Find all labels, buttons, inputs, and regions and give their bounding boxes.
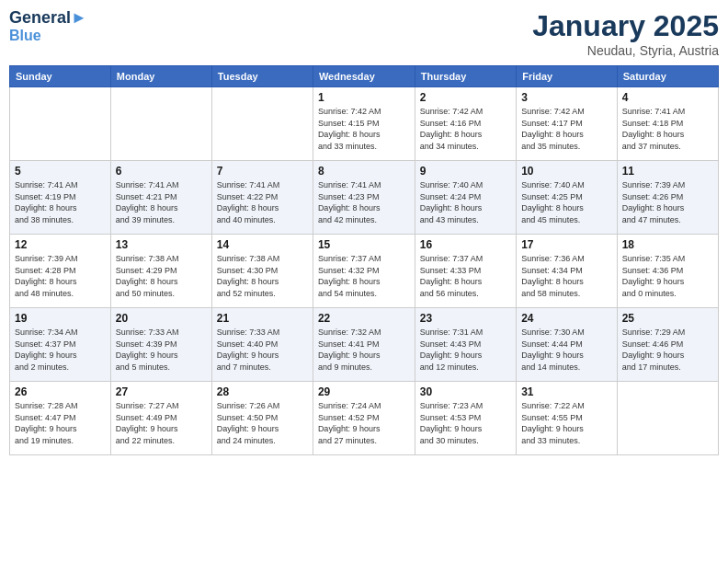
day-number: 2 xyxy=(420,91,511,104)
weekday-header-friday: Friday xyxy=(517,66,618,87)
day-number: 13 xyxy=(116,238,207,251)
month-title: January 2025 xyxy=(532,9,719,43)
day-number: 27 xyxy=(116,385,207,398)
day-info: Sunrise: 7:41 AM Sunset: 4:22 PM Dayligh… xyxy=(217,179,308,225)
calendar-cell: 17Sunrise: 7:36 AM Sunset: 4:34 PM Dayli… xyxy=(517,235,618,308)
calendar-cell: 7Sunrise: 7:41 AM Sunset: 4:22 PM Daylig… xyxy=(211,161,313,235)
day-number: 30 xyxy=(420,385,511,398)
day-number: 18 xyxy=(622,238,713,251)
week-row-3: 12Sunrise: 7:39 AM Sunset: 4:28 PM Dayli… xyxy=(10,235,719,308)
weekday-header-saturday: Saturday xyxy=(617,66,718,87)
calendar-cell xyxy=(110,87,211,161)
day-info: Sunrise: 7:35 AM Sunset: 4:36 PM Dayligh… xyxy=(622,253,713,299)
weekday-header-row: SundayMondayTuesdayWednesdayThursdayFrid… xyxy=(10,66,719,87)
day-number: 12 xyxy=(15,238,106,251)
calendar-cell: 16Sunrise: 7:37 AM Sunset: 4:33 PM Dayli… xyxy=(415,235,516,308)
day-number: 19 xyxy=(15,312,106,325)
calendar-cell: 10Sunrise: 7:40 AM Sunset: 4:25 PM Dayli… xyxy=(517,161,618,235)
calendar-cell: 21Sunrise: 7:33 AM Sunset: 4:40 PM Dayli… xyxy=(211,308,313,382)
calendar-cell: 18Sunrise: 7:35 AM Sunset: 4:36 PM Dayli… xyxy=(617,235,718,308)
day-info: Sunrise: 7:23 AM Sunset: 4:53 PM Dayligh… xyxy=(420,400,511,446)
calendar-cell: 5Sunrise: 7:41 AM Sunset: 4:19 PM Daylig… xyxy=(10,161,111,235)
day-number: 20 xyxy=(116,312,207,325)
location-title: Neudau, Styria, Austria xyxy=(532,43,719,58)
weekday-header-thursday: Thursday xyxy=(415,66,516,87)
day-info: Sunrise: 7:39 AM Sunset: 4:26 PM Dayligh… xyxy=(622,179,713,225)
week-row-1: 1Sunrise: 7:42 AM Sunset: 4:15 PM Daylig… xyxy=(10,87,719,161)
day-number: 9 xyxy=(420,165,511,178)
day-info: Sunrise: 7:40 AM Sunset: 4:25 PM Dayligh… xyxy=(521,179,612,225)
week-row-4: 19Sunrise: 7:34 AM Sunset: 4:37 PM Dayli… xyxy=(10,308,719,382)
day-number: 16 xyxy=(420,238,511,251)
day-info: Sunrise: 7:30 AM Sunset: 4:44 PM Dayligh… xyxy=(521,327,612,373)
day-info: Sunrise: 7:42 AM Sunset: 4:15 PM Dayligh… xyxy=(318,106,410,152)
calendar-cell xyxy=(617,382,718,455)
day-number: 7 xyxy=(217,165,308,178)
header: General► Blue January 2025 Neudau, Styri… xyxy=(9,9,719,58)
calendar-cell: 11Sunrise: 7:39 AM Sunset: 4:26 PM Dayli… xyxy=(617,161,718,235)
calendar-cell: 6Sunrise: 7:41 AM Sunset: 4:21 PM Daylig… xyxy=(110,161,211,235)
day-info: Sunrise: 7:37 AM Sunset: 4:32 PM Dayligh… xyxy=(318,253,410,299)
weekday-header-wednesday: Wednesday xyxy=(313,66,415,87)
day-number: 11 xyxy=(622,165,713,178)
day-number: 15 xyxy=(318,238,410,251)
day-number: 22 xyxy=(318,312,410,325)
day-info: Sunrise: 7:38 AM Sunset: 4:29 PM Dayligh… xyxy=(116,253,207,299)
calendar-cell xyxy=(10,87,111,161)
page: General► Blue January 2025 Neudau, Styri… xyxy=(0,0,728,563)
calendar-cell: 1Sunrise: 7:42 AM Sunset: 4:15 PM Daylig… xyxy=(313,87,415,161)
calendar-cell: 26Sunrise: 7:28 AM Sunset: 4:47 PM Dayli… xyxy=(10,382,111,455)
day-number: 5 xyxy=(15,165,106,178)
day-info: Sunrise: 7:31 AM Sunset: 4:43 PM Dayligh… xyxy=(420,327,511,373)
day-number: 1 xyxy=(318,91,410,104)
logo-text: General► xyxy=(9,9,87,28)
calendar-cell: 9Sunrise: 7:40 AM Sunset: 4:24 PM Daylig… xyxy=(415,161,516,235)
day-info: Sunrise: 7:29 AM Sunset: 4:46 PM Dayligh… xyxy=(622,327,713,373)
calendar-cell: 14Sunrise: 7:38 AM Sunset: 4:30 PM Dayli… xyxy=(211,235,313,308)
day-info: Sunrise: 7:41 AM Sunset: 4:21 PM Dayligh… xyxy=(116,179,207,225)
weekday-header-tuesday: Tuesday xyxy=(211,66,313,87)
calendar-cell: 23Sunrise: 7:31 AM Sunset: 4:43 PM Dayli… xyxy=(415,308,516,382)
day-number: 21 xyxy=(217,312,308,325)
calendar-cell: 29Sunrise: 7:24 AM Sunset: 4:52 PM Dayli… xyxy=(313,382,415,455)
calendar-cell: 30Sunrise: 7:23 AM Sunset: 4:53 PM Dayli… xyxy=(415,382,516,455)
calendar-cell: 12Sunrise: 7:39 AM Sunset: 4:28 PM Dayli… xyxy=(10,235,111,308)
day-number: 6 xyxy=(116,165,207,178)
day-info: Sunrise: 7:42 AM Sunset: 4:16 PM Dayligh… xyxy=(420,106,511,152)
day-info: Sunrise: 7:33 AM Sunset: 4:40 PM Dayligh… xyxy=(217,327,308,373)
day-info: Sunrise: 7:28 AM Sunset: 4:47 PM Dayligh… xyxy=(15,400,106,446)
day-info: Sunrise: 7:27 AM Sunset: 4:49 PM Dayligh… xyxy=(116,400,207,446)
calendar-cell: 13Sunrise: 7:38 AM Sunset: 4:29 PM Dayli… xyxy=(110,235,211,308)
week-row-2: 5Sunrise: 7:41 AM Sunset: 4:19 PM Daylig… xyxy=(10,161,719,235)
calendar-cell: 22Sunrise: 7:32 AM Sunset: 4:41 PM Dayli… xyxy=(313,308,415,382)
day-number: 29 xyxy=(318,385,410,398)
day-number: 23 xyxy=(420,312,511,325)
day-info: Sunrise: 7:39 AM Sunset: 4:28 PM Dayligh… xyxy=(15,253,106,299)
day-info: Sunrise: 7:41 AM Sunset: 4:19 PM Dayligh… xyxy=(15,179,106,225)
week-row-5: 26Sunrise: 7:28 AM Sunset: 4:47 PM Dayli… xyxy=(10,382,719,455)
day-number: 4 xyxy=(622,91,713,104)
logo: General► Blue xyxy=(9,9,87,43)
calendar-cell: 27Sunrise: 7:27 AM Sunset: 4:49 PM Dayli… xyxy=(110,382,211,455)
day-info: Sunrise: 7:33 AM Sunset: 4:39 PM Dayligh… xyxy=(116,327,207,373)
day-info: Sunrise: 7:37 AM Sunset: 4:33 PM Dayligh… xyxy=(420,253,511,299)
calendar-table: SundayMondayTuesdayWednesdayThursdayFrid… xyxy=(9,65,719,455)
day-info: Sunrise: 7:36 AM Sunset: 4:34 PM Dayligh… xyxy=(521,253,612,299)
day-number: 3 xyxy=(521,91,612,104)
calendar-cell: 3Sunrise: 7:42 AM Sunset: 4:17 PM Daylig… xyxy=(517,87,618,161)
logo-blue: Blue xyxy=(9,28,87,44)
day-info: Sunrise: 7:32 AM Sunset: 4:41 PM Dayligh… xyxy=(318,327,410,373)
day-info: Sunrise: 7:38 AM Sunset: 4:30 PM Dayligh… xyxy=(217,253,308,299)
day-info: Sunrise: 7:22 AM Sunset: 4:55 PM Dayligh… xyxy=(521,400,612,446)
day-info: Sunrise: 7:41 AM Sunset: 4:23 PM Dayligh… xyxy=(318,179,410,225)
calendar-cell: 4Sunrise: 7:41 AM Sunset: 4:18 PM Daylig… xyxy=(617,87,718,161)
day-number: 25 xyxy=(622,312,713,325)
day-info: Sunrise: 7:34 AM Sunset: 4:37 PM Dayligh… xyxy=(15,327,106,373)
calendar-cell: 15Sunrise: 7:37 AM Sunset: 4:32 PM Dayli… xyxy=(313,235,415,308)
calendar-cell: 2Sunrise: 7:42 AM Sunset: 4:16 PM Daylig… xyxy=(415,87,516,161)
calendar-cell: 24Sunrise: 7:30 AM Sunset: 4:44 PM Dayli… xyxy=(517,308,618,382)
day-number: 17 xyxy=(521,238,612,251)
day-number: 14 xyxy=(217,238,308,251)
day-number: 28 xyxy=(217,385,308,398)
calendar-cell: 25Sunrise: 7:29 AM Sunset: 4:46 PM Dayli… xyxy=(617,308,718,382)
